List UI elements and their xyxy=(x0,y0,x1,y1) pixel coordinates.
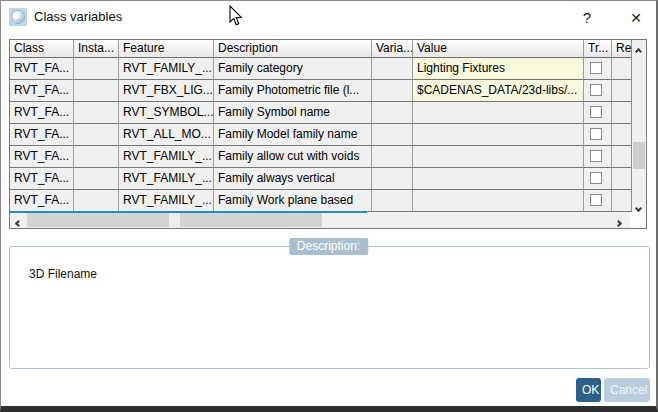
cell-description[interactable]: Family Work plane based xyxy=(214,190,372,212)
table-row[interactable]: RVT_FA... RVT_FBX_LIG... Family Photomet… xyxy=(10,80,646,102)
description-panel xyxy=(9,246,650,369)
transfer-checkbox[interactable] xyxy=(590,172,602,184)
transfer-checkbox[interactable] xyxy=(590,106,602,118)
scroll-right-icon[interactable] xyxy=(613,212,630,228)
table-row[interactable]: RVT_FA... RVT_SYMBOL... Family Symbol na… xyxy=(10,102,646,124)
cell-description[interactable]: Family Model family name xyxy=(214,124,372,146)
cell-variable[interactable] xyxy=(372,80,413,102)
cell-feature[interactable]: RVT_FAMILY_... xyxy=(119,58,214,80)
cancel-button[interactable]: Cancel xyxy=(604,378,650,402)
description-panel-label: Description: xyxy=(289,238,368,255)
transfer-checkbox[interactable] xyxy=(590,128,602,140)
cell-class[interactable]: RVT_FA... xyxy=(10,190,74,212)
cell-ref[interactable] xyxy=(612,190,631,212)
cell-value[interactable]: Lighting Fixtures xyxy=(413,58,584,80)
cell-instance[interactable] xyxy=(74,146,119,168)
cell-variable[interactable] xyxy=(372,190,413,212)
vertical-scrollbar[interactable] xyxy=(631,40,646,212)
cell-instance[interactable] xyxy=(74,102,119,124)
column-header-variable[interactable]: Varia... xyxy=(372,40,413,58)
cell-transfer xyxy=(584,102,612,124)
cell-variable[interactable] xyxy=(372,102,413,124)
table-row[interactable]: RVT_FA... RVT_FAMILY_... Family always v… xyxy=(10,168,646,190)
cell-transfer xyxy=(584,124,612,146)
cell-transfer xyxy=(584,58,612,80)
cell-ref[interactable] xyxy=(612,124,631,146)
cell-description[interactable]: Family category xyxy=(214,58,372,80)
table-row[interactable]: RVT_FA... RVT_ALL_MO... Family Model fam… xyxy=(10,124,646,146)
cell-class[interactable]: RVT_FA... xyxy=(10,124,74,146)
cell-class[interactable]: RVT_FA... xyxy=(10,58,74,80)
help-button[interactable]: ? xyxy=(576,6,598,28)
cell-instance[interactable] xyxy=(74,168,119,190)
cell-instance[interactable] xyxy=(74,80,119,102)
table-row[interactable]: RVT_FA... RVT_FAMILY_... Family category… xyxy=(10,58,646,80)
transfer-checkbox[interactable] xyxy=(590,194,602,206)
column-header-class[interactable]: Class xyxy=(10,40,74,58)
cell-feature[interactable]: RVT_FAMILY_... xyxy=(119,146,214,168)
column-header-instance[interactable]: Insta... xyxy=(74,40,119,58)
cell-transfer xyxy=(584,190,612,212)
cell-variable[interactable] xyxy=(372,168,413,190)
close-button[interactable]: ✕ xyxy=(623,6,649,28)
column-header-transfer[interactable]: Tr... xyxy=(584,40,612,58)
cell-feature[interactable]: RVT_ALL_MO... xyxy=(119,124,214,146)
scroll-up-icon[interactable] xyxy=(632,40,646,55)
cell-transfer xyxy=(584,146,612,168)
column-header-description[interactable]: Description xyxy=(214,40,372,58)
column-header-ref[interactable]: Ref xyxy=(612,40,631,58)
row-focus-line xyxy=(10,211,367,213)
cell-ref[interactable] xyxy=(612,146,631,168)
horizontal-scrollbar[interactable] xyxy=(10,212,630,228)
cell-ref[interactable] xyxy=(612,80,631,102)
transfer-checkbox[interactable] xyxy=(590,150,602,162)
cell-instance[interactable] xyxy=(74,124,119,146)
ok-button[interactable]: OK xyxy=(576,378,601,402)
table-header: Class Insta... Feature Description Varia… xyxy=(10,40,646,58)
cell-instance[interactable] xyxy=(74,58,119,80)
table-row[interactable]: RVT_FA... RVT_FAMILY_... Family Work pla… xyxy=(10,190,646,212)
cell-description[interactable]: Family Photometric file (l... xyxy=(214,80,372,102)
cell-class[interactable]: RVT_FA... xyxy=(10,146,74,168)
cell-variable[interactable] xyxy=(372,124,413,146)
window-title: Class variables xyxy=(34,9,122,24)
cell-value[interactable] xyxy=(413,168,584,190)
cell-feature[interactable]: RVT_FBX_LIG... xyxy=(119,80,214,102)
cell-description[interactable]: Family allow cut with voids xyxy=(214,146,372,168)
cell-feature[interactable]: RVT_FAMILY_... xyxy=(119,190,214,212)
class-variables-dialog: Class variables ? ✕ Class Insta... Featu… xyxy=(0,0,658,412)
cell-feature[interactable]: RVT_SYMBOL... xyxy=(119,102,214,124)
variables-table: Class Insta... Feature Description Varia… xyxy=(9,39,647,229)
cell-description[interactable]: Family always vertical xyxy=(214,168,372,190)
titlebar[interactable]: Class variables ? ✕ xyxy=(1,1,656,33)
cell-feature[interactable]: RVT_FAMILY_... xyxy=(119,168,214,190)
app-icon xyxy=(9,8,27,26)
cell-transfer xyxy=(584,80,612,102)
cell-value[interactable] xyxy=(413,102,584,124)
column-header-value[interactable]: Value xyxy=(413,40,584,58)
transfer-checkbox[interactable] xyxy=(590,62,602,74)
scroll-left-icon[interactable] xyxy=(10,212,27,228)
cell-class[interactable]: RVT_FA... xyxy=(10,80,74,102)
scroll-down-icon[interactable] xyxy=(632,197,646,212)
column-header-feature[interactable]: Feature xyxy=(119,40,214,58)
cell-variable[interactable] xyxy=(372,58,413,80)
cell-value[interactable] xyxy=(413,190,584,212)
cell-class[interactable]: RVT_FA... xyxy=(10,102,74,124)
cell-class[interactable]: RVT_FA... xyxy=(10,168,74,190)
table-row[interactable]: RVT_FA... RVT_FAMILY_... Family allow cu… xyxy=(10,146,646,168)
table-rows: RVT_FA... RVT_FAMILY_... Family category… xyxy=(10,58,646,212)
horizontal-scrollbar-thumb[interactable] xyxy=(27,213,322,227)
vertical-scrollbar-thumb[interactable] xyxy=(633,142,645,169)
scrollbar-corner xyxy=(630,212,646,228)
cell-variable[interactable] xyxy=(372,146,413,168)
cell-value[interactable] xyxy=(413,146,584,168)
cell-ref[interactable] xyxy=(612,58,631,80)
cell-description[interactable]: Family Symbol name xyxy=(214,102,372,124)
cell-ref[interactable] xyxy=(612,168,631,190)
cell-value[interactable] xyxy=(413,124,584,146)
cell-ref[interactable] xyxy=(612,102,631,124)
cell-instance[interactable] xyxy=(74,190,119,212)
transfer-checkbox[interactable] xyxy=(590,84,602,96)
cell-value[interactable]: $CADENAS_DATA/23d-libs/... xyxy=(413,80,584,102)
